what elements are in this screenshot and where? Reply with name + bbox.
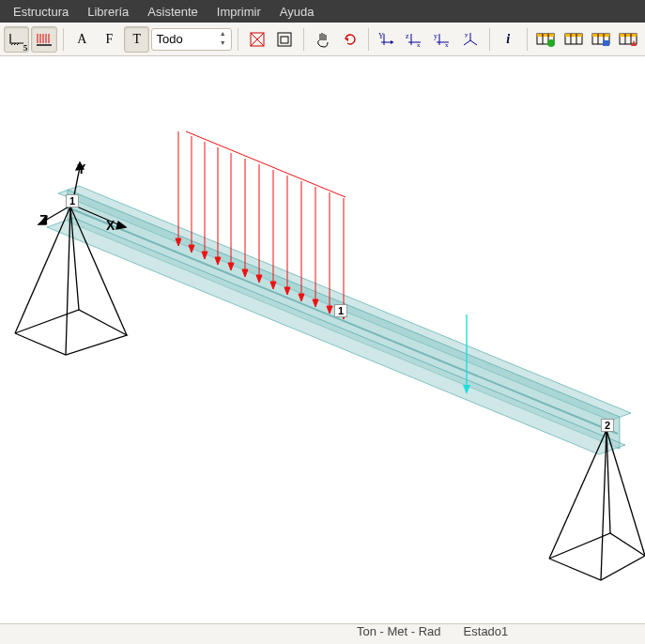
support-icon[interactable]: 5 (4, 26, 29, 53)
svg-text:y: y (434, 32, 438, 40)
separator (303, 28, 304, 51)
statusbar: Ton - Met - Rad Estado1 (0, 623, 645, 644)
svg-text:y: y (465, 31, 468, 38)
svg-line-29 (470, 40, 477, 45)
menu-estructura[interactable]: Estructura (4, 1, 78, 23)
info-button[interactable]: i (496, 26, 521, 53)
filter-combo[interactable]: Todo ▲▼ (151, 28, 232, 51)
svg-text:z: z (406, 32, 409, 40)
separator (63, 28, 64, 51)
svg-rect-46 (620, 34, 637, 37)
svg-marker-18 (391, 40, 393, 44)
svg-rect-37 (565, 34, 582, 37)
view-xy-icon[interactable]: yx (430, 26, 455, 53)
support-node-2 (549, 430, 645, 580)
labels-t-button[interactable]: T (124, 26, 149, 53)
svg-rect-32 (537, 34, 554, 37)
svg-line-60 (607, 430, 645, 556)
menu-imprimir[interactable]: Imprimir (207, 1, 270, 23)
support-subscript: 5 (23, 43, 28, 53)
svg-text:x: x (445, 41, 449, 48)
svg-line-28 (464, 40, 470, 45)
filter-combo-spinner[interactable]: ▲▼ (216, 30, 229, 49)
menubar: Estructura Librería Asistente Imprimir A… (0, 0, 645, 23)
menu-asistente[interactable]: Asistente (138, 1, 207, 23)
svg-rect-41 (592, 34, 609, 37)
view-yz-icon[interactable]: Y (375, 26, 400, 53)
menu-ayuda[interactable]: Ayuda (270, 1, 324, 23)
svg-point-35 (547, 39, 555, 47)
filter-combo-label: Todo (156, 32, 182, 46)
node-1-label: 1 (66, 194, 79, 207)
separator (238, 28, 238, 51)
svg-line-58 (549, 430, 607, 559)
window-icon[interactable] (272, 26, 298, 53)
viewport-3d[interactable]: Y X Z 1 2 1 (0, 56, 645, 620)
frame-icon[interactable] (244, 26, 269, 53)
svg-rect-13 (281, 37, 288, 43)
svg-text:Y: Y (378, 32, 384, 40)
status-state: Estado1 (464, 624, 509, 638)
svg-marker-49 (631, 40, 637, 46)
rotate-icon[interactable] (337, 26, 362, 53)
separator (527, 28, 528, 51)
view-iso-icon[interactable]: y (457, 26, 483, 53)
separator (368, 28, 369, 51)
svg-rect-44 (603, 40, 609, 46)
svg-line-53 (66, 207, 618, 434)
beam-member (47, 186, 631, 454)
pan-icon[interactable] (310, 26, 335, 53)
node-2-label: 2 (601, 419, 614, 432)
axis-y-label: Y (77, 161, 85, 176)
table-red-icon[interactable] (616, 26, 641, 53)
menu-libreria[interactable]: Librería (78, 1, 138, 23)
axis-z-label: Z (39, 212, 48, 227)
toolbar: 5 A F T Todo ▲▼ Y zx yx y i (0, 23, 645, 56)
svg-marker-52 (47, 218, 625, 454)
distributed-load-icon[interactable] (31, 26, 56, 53)
labels-a-button[interactable]: A (69, 26, 95, 53)
separator (489, 28, 490, 51)
svg-rect-12 (278, 33, 291, 46)
table-yellow-icon[interactable] (561, 26, 586, 53)
table-blue-icon[interactable] (588, 26, 613, 53)
labels-f-button[interactable]: F (97, 26, 122, 53)
view-xz-icon[interactable]: zx (403, 26, 428, 53)
svg-text:x: x (417, 41, 421, 48)
table-green-icon[interactable] (533, 26, 559, 53)
status-units: Ton - Met - Rad (357, 624, 441, 638)
svg-line-62 (186, 131, 346, 197)
load-1-label: 1 (334, 304, 347, 317)
axis-x-label: X (106, 218, 115, 233)
